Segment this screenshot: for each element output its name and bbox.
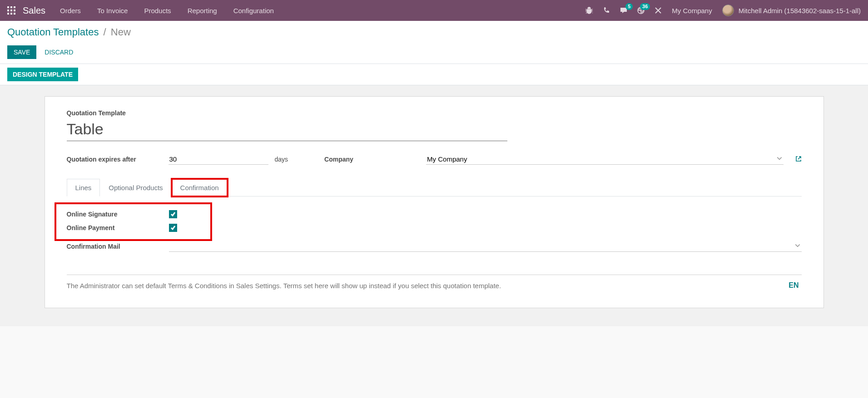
confirmation-mail-input[interactable] bbox=[170, 242, 794, 250]
expires-unit: days bbox=[275, 156, 288, 163]
breadcrumb: Quotation Templates / New bbox=[7, 26, 861, 38]
app-brand[interactable]: Sales bbox=[23, 5, 45, 16]
avatar bbox=[722, 5, 734, 16]
phone-icon[interactable] bbox=[603, 7, 610, 14]
messages-icon[interactable]: 5 bbox=[620, 7, 627, 14]
template-name-input[interactable] bbox=[67, 119, 507, 141]
discard-button[interactable]: Discard bbox=[45, 49, 73, 56]
terms-input[interactable] bbox=[67, 282, 786, 290]
company-label: Company bbox=[324, 156, 420, 163]
tools-icon[interactable] bbox=[655, 7, 662, 14]
breadcrumb-parent[interactable]: Quotation Templates bbox=[7, 26, 99, 38]
external-link-icon[interactable] bbox=[795, 156, 802, 163]
sheet-background: Quotation Template Quotation expires aft… bbox=[0, 85, 868, 326]
svg-rect-1 bbox=[10, 6, 12, 8]
tab-confirmation[interactable]: Confirmation bbox=[172, 179, 228, 197]
design-template-button[interactable]: Design Template bbox=[7, 68, 78, 81]
tab-lines[interactable]: Lines bbox=[67, 179, 100, 197]
svg-rect-4 bbox=[10, 10, 12, 11]
nav-orders[interactable]: Orders bbox=[60, 7, 81, 15]
chevron-down-icon[interactable] bbox=[776, 155, 783, 163]
save-button[interactable]: Save bbox=[7, 45, 36, 59]
bug-icon[interactable] bbox=[585, 7, 593, 14]
navbar: Sales Orders To Invoice Products Reporti… bbox=[0, 0, 868, 21]
breadcrumb-current: New bbox=[111, 26, 131, 38]
systray: 5 36 My Company Mitchell Admin (15843602… bbox=[585, 5, 861, 16]
svg-rect-3 bbox=[7, 10, 9, 11]
expires-label: Quotation expires after bbox=[67, 156, 162, 163]
svg-rect-5 bbox=[14, 10, 15, 11]
activities-badge: 36 bbox=[640, 3, 650, 10]
title-label: Quotation Template bbox=[67, 109, 802, 117]
confirmation-mail-label: Confirmation Mail bbox=[67, 243, 169, 250]
language-button[interactable]: EN bbox=[786, 280, 801, 291]
svg-rect-0 bbox=[7, 6, 9, 8]
nav-to-invoice[interactable]: To Invoice bbox=[97, 7, 128, 15]
online-payment-checkbox[interactable] bbox=[169, 224, 177, 232]
nav-products[interactable]: Products bbox=[144, 7, 171, 15]
control-panel: Quotation Templates / New Save Discard bbox=[0, 21, 868, 64]
messages-badge: 5 bbox=[625, 3, 633, 10]
form-sheet: Quotation Template Quotation expires aft… bbox=[45, 96, 824, 308]
online-signature-label: Online Signature bbox=[67, 211, 169, 218]
tab-bar: Lines Optional Products Confirmation bbox=[67, 178, 802, 197]
company-input[interactable] bbox=[427, 155, 776, 163]
svg-rect-8 bbox=[14, 13, 15, 15]
company-switcher[interactable]: My Company bbox=[672, 7, 712, 15]
nav-reporting[interactable]: Reporting bbox=[188, 7, 217, 15]
expires-input[interactable] bbox=[169, 154, 268, 165]
chevron-down-icon[interactable] bbox=[794, 242, 801, 250]
notebook: Lines Optional Products Confirmation Onl… bbox=[67, 178, 802, 291]
apps-icon[interactable] bbox=[7, 6, 15, 15]
online-payment-label: Online Payment bbox=[67, 224, 169, 231]
tab-optional-products[interactable]: Optional Products bbox=[100, 179, 171, 197]
statusbar: Design Template bbox=[0, 64, 868, 85]
username: Mitchell Admin (15843602-saas-15-1-all) bbox=[739, 7, 861, 15]
svg-rect-2 bbox=[14, 6, 15, 8]
breadcrumb-sep: / bbox=[104, 26, 106, 38]
user-menu[interactable]: Mitchell Admin (15843602-saas-15-1-all) bbox=[722, 5, 861, 16]
nav-configuration[interactable]: Configuration bbox=[233, 7, 274, 15]
svg-rect-7 bbox=[10, 13, 12, 15]
nav-menu: Orders To Invoice Products Reporting Con… bbox=[60, 7, 274, 15]
online-signature-checkbox[interactable] bbox=[169, 210, 177, 218]
svg-rect-6 bbox=[7, 13, 9, 15]
tab-content-confirmation: Online Signature Online Payment Confirma… bbox=[67, 197, 802, 291]
activities-icon[interactable]: 36 bbox=[637, 7, 645, 14]
